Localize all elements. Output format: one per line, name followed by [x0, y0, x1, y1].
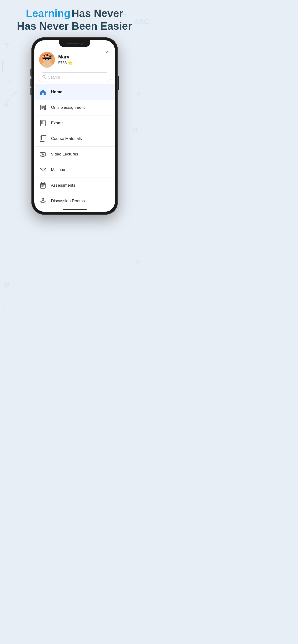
- menu-label-home: Home: [51, 90, 62, 94]
- menu-label-assessments: Assessments: [51, 183, 75, 188]
- svg-text:÷: ÷: [134, 54, 137, 61]
- home-icon: [39, 88, 47, 96]
- svg-marker-11: [4, 103, 9, 106]
- mailbox-icon: [39, 166, 47, 174]
- hero-section: Learning Has Never Has Never Been Easier: [17, 7, 132, 32]
- svg-point-23: [48, 58, 49, 60]
- svg-rect-13: [4, 62, 11, 65]
- svg-text:+: +: [3, 10, 8, 21]
- search-placeholder: Search: [48, 75, 60, 80]
- hero-subtitle-line2: Has Never Been Easier: [17, 20, 132, 32]
- search-icon: [42, 75, 46, 80]
- user-info: Mary 5733 ⭐: [58, 54, 73, 65]
- svg-rect-57: [41, 184, 45, 188]
- course-materials-icon: [39, 135, 47, 142]
- phone-screen: ×: [34, 40, 115, 212]
- menu-item-discussion-rooms[interactable]: Discussion Rooms: [34, 193, 115, 209]
- hero-subtitle-line1: Has Never: [72, 8, 123, 19]
- user-score: 5733 ⭐: [58, 60, 73, 65]
- menu-label-assignment: Online assignment: [51, 105, 85, 110]
- menu-item-home[interactable]: Home: [34, 84, 115, 100]
- svg-point-30: [51, 55, 53, 57]
- notch-speaker: [67, 43, 79, 44]
- hero-learning-word: Learning: [26, 8, 71, 19]
- notch-camera: [81, 43, 83, 44]
- svg-text:IO: IO: [134, 259, 140, 265]
- menu-item-video-lectures[interactable]: Video Lectures: [34, 146, 115, 162]
- user-profile: Mary 5733 ⭐: [34, 48, 115, 70]
- menu-item-exams[interactable]: Exams: [34, 116, 115, 131]
- svg-line-33: [45, 78, 46, 78]
- svg-point-29: [49, 54, 50, 55]
- svg-rect-54: [41, 155, 45, 156]
- svg-point-31: [47, 59, 47, 60]
- svg-text:∑: ∑: [5, 42, 10, 49]
- assignment-icon: [39, 104, 47, 112]
- menu-label-exams: Exams: [51, 121, 64, 126]
- menu-label-course-materials: Course Materials: [51, 136, 82, 141]
- svg-text:∞: ∞: [3, 308, 6, 312]
- svg-text:ABC: ABC: [134, 18, 149, 26]
- menu-list: Home Onli: [34, 84, 115, 212]
- discussion-rooms-icon: [39, 197, 47, 205]
- avatar: [39, 52, 55, 68]
- home-bar: [63, 209, 87, 210]
- assessments-icon: [39, 182, 47, 189]
- svg-point-65: [40, 202, 42, 203]
- svg-point-27: [45, 54, 46, 56]
- svg-line-67: [42, 200, 43, 202]
- svg-point-25: [42, 56, 44, 57]
- user-name: Mary: [58, 54, 73, 60]
- menu-item-assessments[interactable]: Assessments: [34, 178, 115, 193]
- svg-point-64: [42, 198, 44, 200]
- svg-line-10: [6, 91, 17, 103]
- search-bar[interactable]: Search: [38, 72, 111, 82]
- svg-point-66: [44, 202, 46, 203]
- menu-label-video-lectures: Video Lectures: [51, 152, 78, 157]
- phone-notch: [59, 40, 90, 47]
- svg-point-22: [45, 58, 46, 60]
- svg-rect-47: [42, 135, 46, 140]
- svg-text:∫: ∫: [1, 116, 3, 121]
- svg-line-68: [43, 200, 44, 202]
- video-lectures-icon: [39, 150, 47, 158]
- svg-rect-21: [43, 58, 52, 59]
- menu-item-course-materials[interactable]: Course Materials: [34, 131, 115, 146]
- menu-label-mailbox: Mailbox: [51, 168, 65, 172]
- svg-point-53: [43, 153, 43, 154]
- exams-icon: [39, 119, 47, 127]
- menu-label-discussion-rooms: Discussion Rooms: [51, 198, 85, 204]
- svg-text:%: %: [133, 127, 138, 133]
- svg-rect-41: [41, 120, 45, 126]
- menu-item-mailbox[interactable]: Mailbox: [34, 162, 115, 178]
- menu-item-online-assignment[interactable]: Online assignment: [34, 100, 115, 116]
- phone-frame: ×: [32, 38, 118, 215]
- svg-text:2²: 2²: [4, 282, 9, 289]
- screen-content: ×: [34, 40, 115, 212]
- svg-text:×: ×: [137, 90, 140, 97]
- close-button[interactable]: ×: [103, 49, 110, 56]
- svg-text:π: π: [7, 79, 11, 85]
- svg-rect-12: [3, 60, 12, 73]
